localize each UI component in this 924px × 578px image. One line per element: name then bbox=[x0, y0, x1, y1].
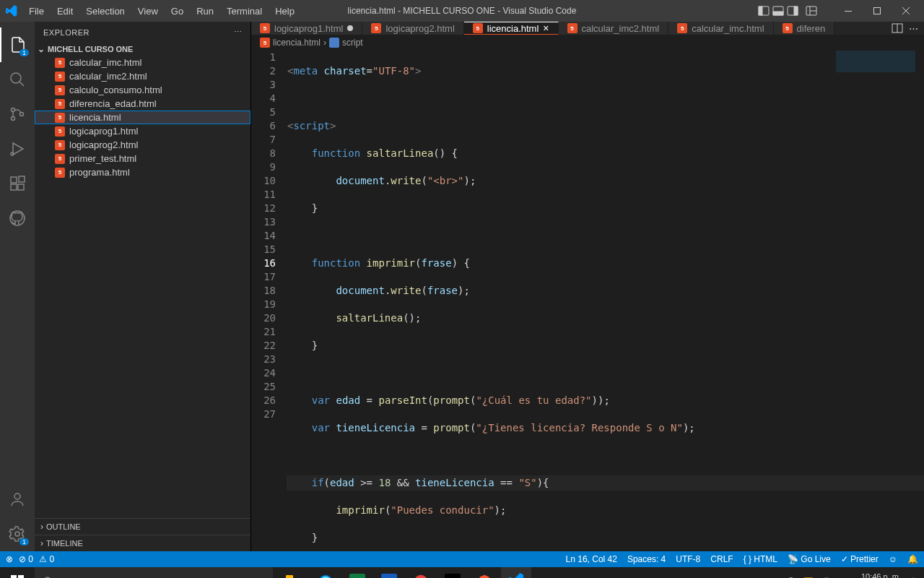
more-icon[interactable]: ⋯ bbox=[234, 27, 243, 37]
svg-rect-3 bbox=[773, 12, 783, 15]
svg-point-26 bbox=[15, 532, 19, 536]
folder-name: MICHELL CURSO ONE bbox=[48, 45, 133, 53]
editor-area: 5logicaprog1.html 5logicaprog2.html 5lic… bbox=[251, 22, 924, 551]
breadcrumb[interactable]: 5 licencia.html › script bbox=[251, 35, 924, 51]
file-label: primer_test.html bbox=[69, 153, 136, 164]
file-label: calculo_consumo.html bbox=[69, 85, 162, 95]
tab-label: licencia.html bbox=[487, 23, 539, 34]
more-actions-icon[interactable]: ⋯ bbox=[909, 23, 918, 34]
file-label: calcular_imc.html bbox=[69, 57, 141, 68]
file-label: programa.html bbox=[69, 167, 130, 178]
taskbar-search[interactable]: 🔍 Escribe aquí para buscar bbox=[35, 567, 273, 578]
menu-view[interactable]: View bbox=[132, 3, 164, 20]
file-item[interactable]: 5calcular_imc2.html bbox=[35, 69, 250, 83]
html-file-icon: 5 bbox=[371, 23, 381, 33]
html-file-icon: 5 bbox=[55, 72, 65, 82]
menu-help[interactable]: Help bbox=[269, 3, 300, 20]
file-item[interactable]: 5diferencia_edad.html bbox=[35, 97, 250, 111]
html-file-icon: 5 bbox=[567, 23, 578, 33]
start-button[interactable] bbox=[0, 567, 35, 578]
layout-panel-bottom-icon[interactable] bbox=[772, 5, 784, 17]
tab-label: logicaprog1.html bbox=[274, 23, 343, 34]
file-item[interactable]: 5licencia.html bbox=[35, 111, 250, 124]
code-content[interactable]: <meta charset="UTF-8"> <script> function… bbox=[287, 51, 924, 578]
html-file-icon: 5 bbox=[260, 38, 270, 48]
file-item[interactable]: 5calcular_imc.html bbox=[35, 56, 250, 69]
sidebar-explorer: EXPLORER ⋯ ⌄ MICHELL CURSO ONE 5calcular… bbox=[35, 22, 251, 551]
menu-selection[interactable]: Selection bbox=[80, 3, 130, 20]
svg-line-14 bbox=[19, 82, 24, 86]
file-item[interactable]: 5logicaprog1.html bbox=[35, 124, 250, 138]
menu-go[interactable]: Go bbox=[165, 3, 189, 20]
run-debug-icon[interactable] bbox=[0, 131, 35, 166]
tab-logicaprog2[interactable]: 5logicaprog2.html bbox=[362, 22, 463, 35]
minimize-button[interactable] bbox=[836, 3, 860, 19]
vscode-logo-icon bbox=[6, 5, 17, 17]
svg-rect-9 bbox=[845, 11, 852, 12]
file-label: logicaprog2.html bbox=[69, 139, 138, 150]
layout-panel-left-icon[interactable] bbox=[758, 5, 770, 17]
tab-calcular-imc[interactable]: 5calcular_imc.html bbox=[668, 22, 773, 35]
file-item[interactable]: 5logicaprog2.html bbox=[35, 138, 250, 152]
chevron-right-icon: › bbox=[323, 38, 326, 48]
sidebar-title: EXPLORER bbox=[43, 28, 90, 37]
search-icon[interactable] bbox=[0, 62, 35, 97]
close-tab-icon[interactable]: × bbox=[543, 22, 549, 34]
maximize-button[interactable] bbox=[865, 3, 889, 19]
folder-header[interactable]: ⌄ MICHELL CURSO ONE bbox=[35, 43, 250, 56]
close-button[interactable] bbox=[894, 3, 918, 19]
svg-rect-20 bbox=[11, 177, 17, 183]
menu-run[interactable]: Run bbox=[191, 3, 219, 20]
html-file-icon: 5 bbox=[55, 154, 65, 164]
remote-icon[interactable]: ⊗ bbox=[6, 554, 13, 564]
svg-rect-23 bbox=[19, 176, 25, 182]
html-file-icon: 5 bbox=[677, 23, 687, 33]
html-file-icon: 5 bbox=[260, 23, 270, 33]
menu-terminal[interactable]: Terminal bbox=[221, 3, 268, 20]
split-editor-icon[interactable] bbox=[892, 22, 903, 34]
tab-diferencia[interactable]: 5diferen bbox=[774, 22, 835, 35]
html-file-icon: 5 bbox=[473, 23, 483, 33]
svg-rect-1 bbox=[759, 7, 762, 15]
html-file-icon: 5 bbox=[55, 113, 65, 123]
activity-bar: 1 1 bbox=[0, 22, 35, 551]
customize-layout-icon[interactable] bbox=[806, 5, 817, 17]
file-item[interactable]: 5programa.html bbox=[35, 165, 250, 179]
layout-panel-right-icon[interactable] bbox=[787, 5, 798, 17]
explorer-icon[interactable]: 1 bbox=[0, 27, 35, 62]
outline-panel[interactable]: ›OUTLINE bbox=[35, 518, 250, 535]
warnings-count[interactable]: ⚠ 0 bbox=[39, 554, 54, 564]
breadcrumb-file: licencia.html bbox=[273, 38, 321, 48]
svg-rect-31 bbox=[18, 575, 24, 578]
tab-label: calcular_imc.html bbox=[692, 23, 764, 34]
file-item[interactable]: 5primer_test.html bbox=[35, 152, 250, 165]
svg-point-15 bbox=[12, 108, 15, 112]
svg-marker-18 bbox=[13, 143, 23, 155]
tab-licencia[interactable]: 5licencia.html× bbox=[464, 22, 559, 35]
settings-icon[interactable]: 1 bbox=[0, 517, 35, 551]
html-file-icon: 5 bbox=[783, 23, 793, 33]
editor-tabs: 5logicaprog1.html 5logicaprog2.html 5lic… bbox=[251, 22, 924, 35]
errors-count[interactable]: ⊘ 0 bbox=[19, 554, 33, 564]
github-icon[interactable] bbox=[0, 201, 35, 236]
menu-edit[interactable]: Edit bbox=[51, 3, 79, 20]
tab-label: diferen bbox=[797, 23, 826, 34]
outline-label: OUTLINE bbox=[46, 522, 81, 531]
menu-file[interactable]: File bbox=[23, 3, 50, 20]
file-item[interactable]: 5calculo_consumo.html bbox=[35, 83, 250, 97]
layout-controls bbox=[758, 5, 817, 17]
minimap[interactable] bbox=[836, 51, 915, 94]
tab-logicaprog1[interactable]: 5logicaprog1.html bbox=[251, 22, 362, 35]
tab-calcular-imc2[interactable]: 5calcular_imc2.html bbox=[559, 22, 669, 35]
window-title: licencia.html - MICHELL CURSO ONE - Visu… bbox=[348, 6, 577, 16]
code-editor[interactable]: 1234567891011121314151617181920212223242… bbox=[251, 51, 924, 578]
extensions-icon[interactable] bbox=[0, 166, 35, 201]
html-file-icon: 5 bbox=[55, 99, 65, 109]
source-control-icon[interactable] bbox=[0, 97, 35, 131]
file-list: 5calcular_imc.html 5calcular_imc2.html 5… bbox=[35, 56, 250, 518]
file-label: logicaprog1.html bbox=[69, 126, 138, 137]
account-icon[interactable] bbox=[0, 482, 35, 517]
timeline-panel[interactable]: ›TIMELINE bbox=[35, 535, 250, 551]
unsaved-dot-icon bbox=[347, 25, 353, 31]
breadcrumb-node: script bbox=[342, 38, 363, 48]
